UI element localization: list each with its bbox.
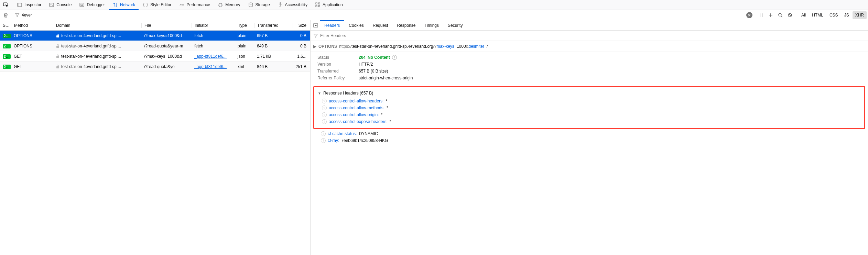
help-icon[interactable]: ? [322,119,327,124]
cell-file: /?max-keys=1000&d [141,33,192,38]
status-badge: 204 [3,34,11,38]
details-tab-timings[interactable]: Timings [420,20,443,30]
col-file[interactable]: File [141,23,192,28]
response-header-item: ?cf-ray: 7eeb69b14c250958-HKG [321,137,868,144]
cell-domain: test-star-on-4everland.gnfd-sp.... [53,64,141,69]
add-icon[interactable] [766,11,775,19]
tab-debugger[interactable]: Debugger [76,0,108,10]
cell-file: /?max-keys=1000&d [141,54,192,59]
filter-icon [15,13,20,18]
table-row[interactable]: 204OPTIONStest-star-on-4everland.gnfd-sp… [0,41,310,51]
pick-element-icon[interactable] [1,1,10,9]
details-tab-response[interactable]: Response [393,20,420,30]
lock-icon [56,34,60,38]
toolbar-separator [12,2,12,8]
clear-filter-icon[interactable] [746,12,752,18]
col-type[interactable]: Type [235,23,254,28]
svg-rect-8 [316,3,317,4]
cell-initiator: _app-bf811def6... [192,64,235,69]
request-header-row: S... Method Domain File Initiator Type T… [0,20,310,31]
tab-label: Console [56,2,72,7]
col-method[interactable]: Method [11,23,53,28]
filter-js[interactable]: JS [842,11,852,19]
details-tab-cookies[interactable]: Cookies [345,20,368,30]
response-headers-section[interactable]: ▼ Response Headers (657 B) [315,89,864,98]
cell-initiator: fetch [192,44,235,48]
cell-size: 0 B [293,33,309,38]
tab-inspector[interactable]: Inspector [13,0,45,10]
help-icon[interactable]: ? [322,99,327,103]
col-transferred[interactable]: Transferred [254,23,293,28]
response-headers-title: Response Headers (657 B) [323,91,373,96]
header-name: cf-ray: [328,138,339,143]
cell-size: 251 B [293,64,309,69]
network-toolbar-right: All HTML CSS JS XHR [746,11,867,19]
col-status[interactable]: S... [0,23,11,28]
header-value: * [387,106,388,110]
header-name: access-control-expose-headers: [329,119,388,124]
cell-domain: test-star-on-4everland.gnfd-sp.... [53,44,141,48]
chevron-right-icon[interactable]: ▶ [313,44,316,49]
help-icon[interactable]: ? [321,131,326,136]
cell-type: xml [235,64,254,69]
col-initiator[interactable]: Initiator [192,23,235,28]
tab-style-editor[interactable]: Style Editor [139,0,175,10]
filter-html[interactable]: HTML [809,11,826,19]
main-split: S... Method Domain File Initiator Type T… [0,20,868,255]
pause-icon[interactable] [757,11,766,19]
help-icon[interactable]: ? [322,112,327,117]
response-header-item: ?cf-cache-status: DYNAMIC [321,130,868,137]
search-icon[interactable] [776,11,785,19]
details-tab-request[interactable]: Request [369,20,392,30]
request-summary-line[interactable]: ▶ OPTIONS https://test-star-on-4everland… [311,41,868,52]
block-icon[interactable] [785,11,794,19]
help-icon[interactable]: ? [392,55,397,60]
help-icon[interactable]: ? [322,106,327,110]
chevron-down-icon: ▼ [318,91,321,95]
header-value: * [381,112,382,117]
col-domain[interactable]: Domain [53,23,141,28]
tab-console[interactable]: Console [45,0,75,10]
filter-icon [313,33,318,38]
cell-method: GET [11,64,53,69]
tab-application[interactable]: Application [312,0,346,10]
tab-storage[interactable]: Storage [245,0,273,10]
cell-method: GET [11,54,53,59]
filter-css[interactable]: CSS [827,11,841,19]
header-value: * [390,119,391,124]
tab-accessibility[interactable]: Accessibility [274,0,311,10]
cell-transferred: 657 B [254,33,293,38]
lock-icon [56,54,60,58]
transferred-value: 657 B (0 B size) [359,69,388,74]
help-icon[interactable]: ? [321,138,326,143]
tab-label: Accessibility [285,2,307,7]
clear-icon[interactable] [1,11,10,19]
details-tabbar: Headers Cookies Request Response Timings… [311,20,868,31]
table-row[interactable]: 200GETtest-star-on-4everland.gnfd-sp....… [0,62,310,72]
details-tab-security[interactable]: Security [444,20,467,30]
status-badge: 200 [3,54,11,59]
table-row[interactable]: 200GETtest-star-on-4everland.gnfd-sp....… [0,51,310,62]
response-header-item: ?access-control-allow-headers: * [322,98,864,104]
table-row[interactable]: 204OPTIONStest-star-on-4everland.gnfd-sp… [0,31,310,41]
svg-rect-4 [81,4,83,5]
svg-rect-10 [316,5,317,7]
filter-xhr[interactable]: XHR [853,11,867,19]
svg-rect-17 [56,66,59,68]
transferred-label: Transferred [317,69,359,74]
cell-type: plain [235,33,254,38]
details-tab-headers[interactable]: Headers [320,20,344,30]
version-value: HTTP/2 [359,62,373,67]
tab-memory[interactable]: Memory [214,0,243,10]
filter-all[interactable]: All [799,11,809,19]
tab-network[interactable]: Network [109,0,139,10]
col-size[interactable]: Size [293,23,309,28]
filter-urls-input[interactable] [22,13,744,18]
filter-headers-input[interactable] [320,33,865,38]
tab-label: Memory [225,2,240,7]
filter-input-wrapper [13,11,745,19]
toggle-raw-icon[interactable] [312,21,319,30]
tab-performance[interactable]: Performance [175,0,214,10]
svg-rect-5 [219,3,222,6]
cell-transferred: 1.71 kB [254,54,293,59]
